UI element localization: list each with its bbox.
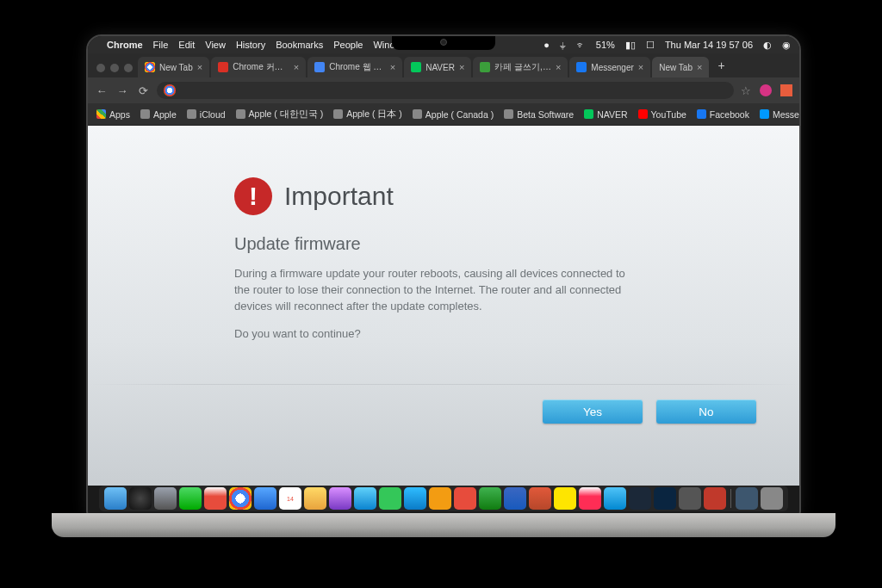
dock-excel[interactable] (479, 487, 501, 510)
close-dot[interactable] (96, 64, 105, 72)
close-icon[interactable]: × (556, 62, 561, 72)
menu-history[interactable]: History (236, 40, 265, 50)
wifi-icon-2[interactable]: ᯤ (576, 40, 586, 50)
dock-calendar[interactable]: 14 (279, 487, 301, 510)
language-icon[interactable]: ☐ (646, 40, 655, 51)
spotlight-icon[interactable]: ◐ (763, 40, 772, 51)
menu-people[interactable]: People (333, 40, 363, 50)
bookmark-item[interactable]: Apple (140, 109, 177, 120)
reload-button[interactable]: ⟳ (136, 84, 150, 97)
dock-item[interactable] (204, 487, 227, 510)
dock-settings[interactable] (679, 487, 701, 510)
dock-chrome[interactable] (229, 487, 252, 510)
yes-button[interactable]: Yes (543, 399, 643, 424)
bookmark-item[interactable]: Apple ( 日本 ) (333, 108, 402, 121)
siri-icon[interactable]: ◉ (782, 40, 791, 51)
tab-4[interactable]: 카페 글쓰기,맥 쓰는 사× (473, 57, 568, 77)
wifi-icon[interactable]: ⏚ (560, 40, 566, 50)
chrome-toolbar: ← → ⟳ ☆ (88, 77, 799, 103)
dock-item[interactable] (654, 487, 676, 510)
favicon (218, 62, 228, 72)
battery-icon[interactable]: ▮▯ (625, 40, 636, 51)
bookmark-item[interactable]: Apple ( Canada ) (413, 109, 494, 120)
bookmark-icon (584, 109, 593, 119)
favicon (314, 62, 325, 72)
battery-percent: 51% (596, 40, 615, 50)
tab-0[interactable]: New Tab× (138, 57, 209, 77)
bookmark-icon (504, 109, 513, 119)
close-icon[interactable]: × (459, 62, 464, 72)
close-icon[interactable]: × (697, 62, 702, 72)
laptop-screen: Chrome File Edit View History Bookmarks … (86, 34, 801, 517)
bookmarks-bar: Apps Apple iCloud Apple ( 대한민국 ) Apple (… (88, 103, 799, 126)
extension-icon[interactable] (760, 84, 772, 96)
dock-mail[interactable] (254, 487, 276, 510)
dock-item[interactable] (704, 487, 726, 510)
bookmark-item[interactable]: NAVER (584, 109, 627, 120)
bookmark-item[interactable]: YouTube (638, 109, 686, 120)
dock-item[interactable] (429, 487, 451, 510)
favicon (576, 62, 587, 72)
dock-item[interactable] (329, 487, 351, 510)
chrome-tabstrip: New Tab× Chrome 커뮤니티 - 'N× Chrome 웹 스토어 … (88, 53, 799, 77)
bookmark-item[interactable]: Messenger (760, 109, 799, 120)
bookmark-apps[interactable]: Apps (96, 109, 130, 120)
tab-6-active[interactable]: New Tab× (652, 57, 709, 77)
address-bar[interactable] (157, 82, 734, 99)
close-icon[interactable]: × (390, 62, 395, 72)
forward-button[interactable]: → (115, 84, 129, 97)
macos-dock: 14 (99, 486, 788, 511)
dock-finder[interactable] (104, 487, 127, 510)
no-button[interactable]: No (656, 399, 756, 424)
tab-1[interactable]: Chrome 커뮤니티 - 'N× (211, 57, 306, 77)
new-tab-button[interactable]: + (711, 59, 731, 77)
menu-edit[interactable]: Edit (178, 40, 195, 50)
close-icon[interactable]: × (638, 62, 643, 72)
bookmark-star-icon[interactable]: ☆ (741, 84, 751, 97)
dock-item[interactable] (404, 487, 426, 510)
menu-file[interactable]: File (153, 40, 169, 50)
bookmark-icon (333, 109, 343, 119)
minimize-dot[interactable] (110, 64, 119, 72)
bookmark-item[interactable]: Facebook (697, 109, 749, 120)
dock-kakaotalk[interactable] (554, 487, 576, 510)
dock-item[interactable] (454, 487, 476, 510)
menu-bookmarks[interactable]: Bookmarks (276, 40, 323, 50)
search-engine-icon (164, 84, 176, 96)
status-icon[interactable]: ● (543, 40, 550, 50)
bookmark-item[interactable]: Apple ( 대한민국 ) (236, 108, 324, 121)
maximize-dot[interactable] (124, 64, 133, 72)
dock-item[interactable] (354, 487, 376, 510)
bookmark-item[interactable]: iCloud (187, 109, 226, 120)
dock-trash[interactable] (761, 487, 783, 510)
bookmark-item[interactable]: Beta Software (504, 109, 574, 120)
close-icon[interactable]: × (294, 62, 299, 72)
dock-powerpoint[interactable] (529, 487, 551, 510)
dock-item[interactable] (129, 487, 152, 510)
dialog-title: Important (284, 182, 394, 211)
dock-item[interactable] (304, 487, 326, 510)
dock-steam[interactable] (629, 487, 651, 510)
bookmark-icon (140, 109, 150, 119)
datetime[interactable]: Thu Mar 14 19 57 06 (665, 40, 753, 50)
dock-appstore[interactable] (604, 487, 626, 510)
dock-messages[interactable] (379, 487, 401, 510)
tab-3[interactable]: NAVER× (404, 57, 471, 77)
tab-5[interactable]: Messenger× (569, 57, 650, 77)
close-icon[interactable]: × (197, 62, 202, 72)
dock-downloads[interactable] (736, 487, 758, 510)
dock-word[interactable] (504, 487, 526, 510)
dock-launchpad[interactable] (154, 487, 177, 510)
tab-2[interactable]: Chrome 웹 스토어 - In× (307, 57, 402, 77)
notch (392, 36, 495, 50)
favicon (480, 62, 490, 72)
back-button[interactable]: ← (95, 84, 109, 97)
menu-view[interactable]: View (205, 40, 226, 50)
extension-icon[interactable] (780, 84, 792, 96)
dialog-body: During a firmware update your router reb… (234, 266, 639, 315)
app-menu[interactable]: Chrome (107, 40, 143, 50)
bookmark-icon (760, 109, 769, 119)
window-controls[interactable] (93, 64, 138, 77)
dock-item[interactable] (179, 487, 202, 510)
dock-music[interactable] (579, 487, 601, 510)
